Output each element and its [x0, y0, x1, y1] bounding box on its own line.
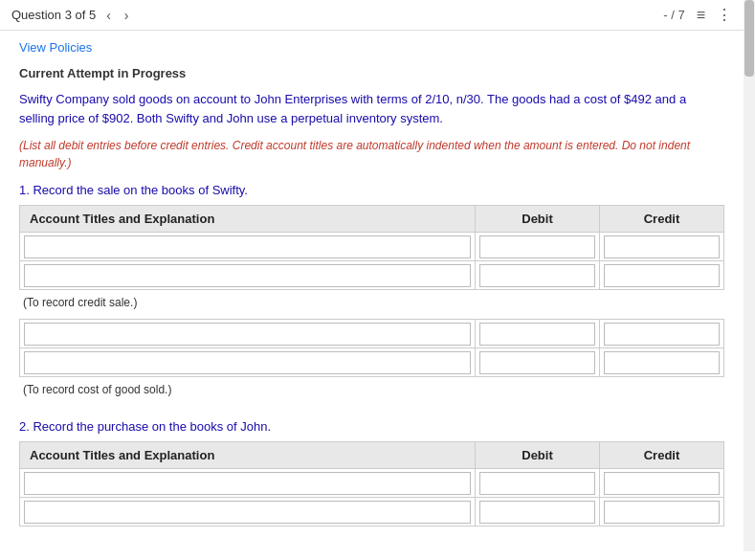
scrollbar-thumb[interactable] — [744, 0, 754, 77]
account-cell — [20, 498, 476, 526]
debit-input-3-1[interactable] — [479, 472, 595, 495]
credit-cell — [600, 233, 724, 261]
debit-cell — [476, 498, 600, 526]
debit-input-2-1[interactable] — [479, 323, 595, 346]
col-header-account-2: Account Titles and Explanation — [20, 442, 476, 469]
debit-cell — [476, 233, 600, 261]
credit-input-2-1[interactable] — [604, 323, 720, 346]
attempt-label: Current Attempt in Progress — [19, 66, 724, 80]
credit-cell — [600, 320, 724, 348]
top-bar-right: - / 7 ≡ ⋮ — [663, 6, 732, 24]
col-header-credit-2: Credit — [600, 442, 724, 469]
debit-cell — [476, 320, 600, 348]
table-row — [20, 233, 724, 261]
section1-table2 — [19, 319, 724, 377]
account-input-2-2[interactable] — [24, 351, 471, 374]
page-counter: - / 7 — [663, 8, 684, 22]
account-cell — [20, 348, 476, 377]
top-bar-left: Question 3 of 5 ‹ › — [11, 8, 132, 23]
col-header-credit: Credit — [600, 206, 724, 233]
problem-text: Swifty Company sold goods on account to … — [19, 90, 724, 127]
scrollbar-track[interactable] — [744, 0, 755, 551]
credit-input-3-1[interactable] — [604, 472, 720, 495]
section1-table: Account Titles and Explanation Debit Cre… — [19, 205, 724, 290]
table-row — [20, 348, 724, 377]
note2-text: (To record cost of good sold.) — [23, 383, 724, 396]
credit-input-3-2[interactable] — [604, 501, 720, 524]
account-input-2-1[interactable] — [24, 323, 471, 346]
debit-cell — [476, 348, 600, 377]
debit-input-2-2[interactable] — [479, 351, 595, 374]
debit-input-1-2[interactable] — [479, 264, 595, 287]
account-cell — [20, 320, 476, 348]
account-input-1-1[interactable] — [24, 235, 471, 258]
account-input-1-2[interactable] — [24, 264, 471, 287]
question-label: Question 3 of 5 — [11, 8, 96, 22]
instruction-text: (List all debit entries before credit en… — [19, 137, 724, 171]
note1-text: (To record credit sale.) — [23, 296, 724, 309]
col-header-account: Account Titles and Explanation — [20, 206, 476, 233]
top-bar: Question 3 of 5 ‹ › - / 7 ≡ ⋮ — [0, 0, 744, 31]
credit-input-1-1[interactable] — [604, 235, 720, 258]
table-row — [20, 320, 724, 348]
table-row — [20, 261, 724, 290]
view-policies-link[interactable]: View Policies — [19, 40, 92, 55]
account-cell — [20, 261, 476, 290]
table-row — [20, 469, 724, 498]
account-input-3-1[interactable] — [24, 472, 471, 495]
more-icon[interactable]: ⋮ — [717, 6, 732, 24]
section2-label: 2. Record the purchase on the books of J… — [19, 419, 724, 434]
next-arrow-button[interactable]: › — [122, 8, 132, 23]
col-header-debit: Debit — [476, 206, 600, 233]
table-row — [20, 498, 724, 526]
credit-input-1-2[interactable] — [604, 264, 720, 287]
debit-cell — [476, 469, 600, 498]
credit-input-2-2[interactable] — [604, 351, 720, 374]
account-cell — [20, 233, 476, 261]
credit-cell — [600, 469, 724, 498]
credit-cell — [600, 498, 724, 526]
debit-input-1-1[interactable] — [479, 235, 595, 258]
col-header-debit-2: Debit — [476, 442, 600, 469]
prev-arrow-button[interactable]: ‹ — [103, 8, 114, 23]
account-cell — [20, 469, 476, 498]
account-input-3-2[interactable] — [24, 501, 471, 524]
list-icon[interactable]: ≡ — [697, 7, 705, 24]
credit-cell — [600, 348, 724, 377]
debit-input-3-2[interactable] — [479, 501, 595, 524]
credit-cell — [600, 261, 724, 290]
section1-label: 1. Record the sale on the books of Swift… — [19, 183, 724, 197]
section2-table: Account Titles and Explanation Debit Cre… — [19, 441, 724, 526]
content-area: View Policies Current Attempt in Progres… — [0, 31, 744, 551]
debit-cell — [476, 261, 600, 290]
